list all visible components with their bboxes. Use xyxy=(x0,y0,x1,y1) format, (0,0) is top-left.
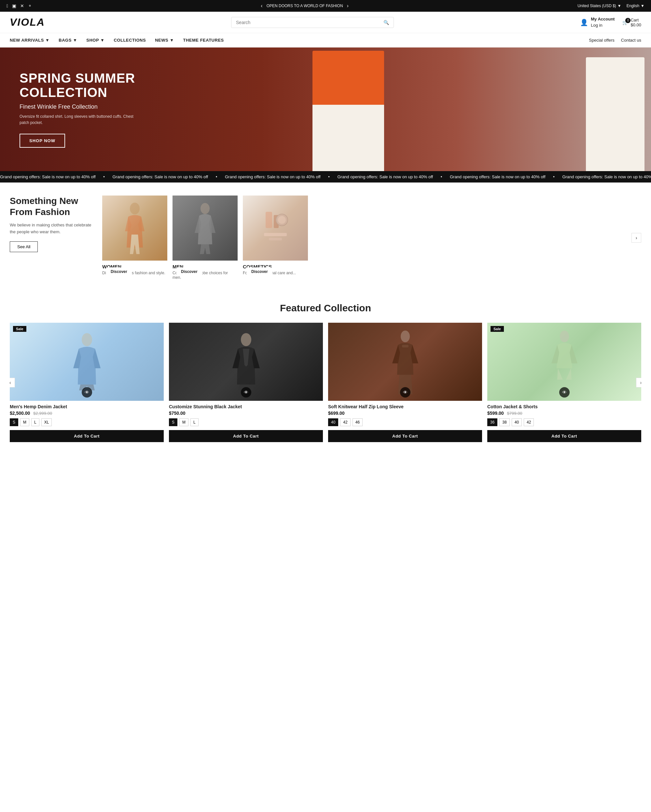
size-36-3[interactable]: 36 xyxy=(487,418,497,426)
account-block[interactable]: 👤 My Account Log in xyxy=(580,16,614,28)
product-card-3: Sale 👁 Cotton Jacket & Shorts $599.00 $7… xyxy=(487,323,641,442)
size-xl-0[interactable]: XL xyxy=(41,418,52,426)
search-bar[interactable]: 🔍 xyxy=(231,17,394,28)
svg-rect-7 xyxy=(269,238,282,240)
svg-point-5 xyxy=(278,216,286,224)
women-discover-button[interactable]: Discover xyxy=(106,267,132,276)
men-category-image xyxy=(173,195,238,261)
size-42-2[interactable]: 42 xyxy=(340,418,350,426)
men-discover-button[interactable]: Discover xyxy=(176,267,202,276)
svg-rect-11 xyxy=(402,345,408,348)
nav-item-collections[interactable]: COLLECTIONS xyxy=(114,34,146,47)
prev-announcement-arrow[interactable]: ‹ xyxy=(261,3,262,9)
cosmetics-category-image xyxy=(243,195,308,261)
size-l-0[interactable]: L xyxy=(31,418,40,426)
size-42-3[interactable]: 42 xyxy=(524,418,534,426)
instagram-icon[interactable]: ▣ xyxy=(12,3,16,8)
category-card-women[interactable]: Discover WOMEN Discover women's fashion … xyxy=(102,195,167,280)
add-to-cart-2[interactable]: Add To Cart xyxy=(328,430,482,442)
twitter-icon[interactable]: ✕ xyxy=(20,3,24,8)
product-sizes-0: S M L XL xyxy=(10,418,164,426)
add-to-cart-0[interactable]: Add To Cart xyxy=(10,430,164,442)
product-view-2[interactable]: 👁 xyxy=(400,387,411,398)
language-chevron-icon: ▼ xyxy=(640,4,645,8)
nav-item-bags[interactable]: BAGS ▼ xyxy=(59,34,77,47)
hero-banner: SPRING SUMMER COLLECTION Finest Wrinkle … xyxy=(0,47,651,171)
product-view-0[interactable]: 👁 xyxy=(82,387,92,398)
nav-right: Special offers Contact us xyxy=(589,38,641,43)
country-label: United States (USD $) xyxy=(578,4,616,8)
logo[interactable]: VIOLA xyxy=(10,16,45,28)
add-to-cart-3[interactable]: Add To Cart xyxy=(487,430,641,442)
product-name-1: Customize Stunning Black Jacket xyxy=(169,404,323,409)
search-input[interactable] xyxy=(236,20,381,25)
nav-label-news: NEWS xyxy=(155,38,168,43)
cart-block[interactable]: 🛒 0 Cart $0.00 xyxy=(622,18,641,27)
product-prices-1: $750.00 xyxy=(169,411,323,416)
product-image-3: Sale 👁 xyxy=(487,323,641,401)
marquee-inner: Grand opening offers: Sale is now on up … xyxy=(0,174,651,179)
nav-chevron-news: ▼ xyxy=(170,38,174,43)
nav-label-shop: SHOP xyxy=(86,38,99,43)
nav-item-shop[interactable]: SHOP ▼ xyxy=(86,34,104,47)
facebook-icon[interactable]:  xyxy=(6,3,8,8)
product-view-3[interactable]: 👁 xyxy=(559,387,570,398)
cosmetics-discover-button[interactable]: Discover xyxy=(247,267,272,276)
product-price-1: $750.00 xyxy=(169,411,185,416)
size-46-2[interactable]: 46 xyxy=(353,418,362,426)
category-card-cosmetics[interactable]: Discover COSMETICS For use of personal c… xyxy=(243,195,308,280)
products-prev-arrow[interactable]: ‹ xyxy=(10,378,15,388)
category-card-men[interactable]: Discover MEN Concerted wardrobe choices … xyxy=(173,195,238,280)
nav-contact-us[interactable]: Contact us xyxy=(621,38,641,43)
hero-description: Oversize fit collared shirt. Long sleeve… xyxy=(20,113,137,126)
nav-label-bags: BAGS xyxy=(59,38,72,43)
svg-rect-2 xyxy=(266,212,272,228)
svg-point-0 xyxy=(130,203,140,214)
language-label: English xyxy=(627,4,639,8)
size-s-1[interactable]: S xyxy=(169,418,177,426)
nav-item-new-arrivals[interactable]: NEW ARRIVALS ▼ xyxy=(10,34,49,47)
product-badge-3: Sale xyxy=(491,326,504,332)
size-40-3[interactable]: 40 xyxy=(512,418,522,426)
header: VIOLA 🔍 👤 My Account Log in 🛒 0 Cart $0.… xyxy=(0,12,651,33)
cart-label: Cart xyxy=(631,18,641,23)
products-next-arrow[interactable]: › xyxy=(636,378,641,388)
product-card-2: 👁 Soft Knitwear Half Zip Long Sleeve $69… xyxy=(328,323,482,442)
add-to-cart-1[interactable]: Add To Cart xyxy=(169,430,323,442)
search-icon[interactable]: 🔍 xyxy=(384,20,389,25)
pinterest-icon[interactable]: ⚬ xyxy=(28,3,32,8)
hero-content: SPRING SUMMER COLLECTION Finest Wrinkle … xyxy=(0,58,156,161)
product-price-2: $699.00 xyxy=(328,411,345,416)
nav-item-news[interactable]: NEWS ▼ xyxy=(155,34,174,47)
next-announcement-arrow[interactable]: › xyxy=(347,3,348,9)
country-selector[interactable]: United States (USD $) ▼ xyxy=(578,4,621,8)
size-m-0[interactable]: M xyxy=(20,418,29,426)
size-38-3[interactable]: 38 xyxy=(499,418,509,426)
nav-special-offers[interactable]: Special offers xyxy=(589,38,614,43)
categories-grid: ‹ Discover WOMEN Discover women's fashio… xyxy=(102,195,641,280)
women-category-image xyxy=(102,195,167,261)
country-chevron-icon: ▼ xyxy=(617,4,621,8)
product-view-1[interactable]: 👁 xyxy=(241,387,251,398)
nav-label-new-arrivals: NEW ARRIVALS xyxy=(10,38,44,43)
nav-item-theme[interactable]: THEME FEATURES xyxy=(183,34,224,47)
size-m-1[interactable]: M xyxy=(179,418,188,426)
user-icon: 👤 xyxy=(580,18,588,26)
language-selector[interactable]: English ▼ xyxy=(627,4,645,8)
see-all-button[interactable]: See All xyxy=(10,241,38,252)
product-price-0: $2,500.00 xyxy=(10,411,30,416)
marquee-text-3: Grand opening offers: Sale is now on up … xyxy=(225,174,321,179)
size-s-0[interactable]: S xyxy=(10,418,18,426)
product-name-0: Men's Hemp Denim Jacket xyxy=(10,404,164,409)
nav-label-theme: THEME FEATURES xyxy=(183,38,224,43)
hero-cta-button[interactable]: SHOP NOW xyxy=(20,134,65,148)
size-l-1[interactable]: L xyxy=(190,418,199,426)
categories-intro-desc: We believe in making clothes that celebr… xyxy=(10,222,95,235)
categories-next-arrow[interactable]: › xyxy=(631,233,641,243)
size-40-2[interactable]: 40 xyxy=(328,418,338,426)
products-grid: ‹ Sale 👁 Men's Hemp Denim Jacket $2,500.… xyxy=(10,323,641,442)
hero-figure-2 xyxy=(586,57,645,171)
login-label[interactable]: Log in xyxy=(591,23,614,28)
product-old-price-0: $2,999.00 xyxy=(33,411,52,416)
nav-bar: NEW ARRIVALS ▼ BAGS ▼ SHOP ▼ COLLECTIONS… xyxy=(0,33,651,47)
